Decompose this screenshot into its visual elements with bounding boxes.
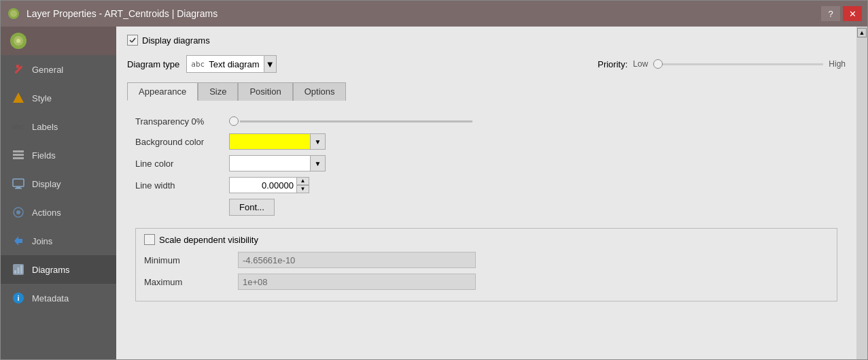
diagram-type-priority-row: Diagram type abc Text diagram ▼ Priority… [127,55,846,73]
display-icon [12,177,25,191]
wrench-icon [12,63,25,76]
tab-size[interactable]: Size [198,82,238,101]
svg-rect-19 [18,267,20,274]
close-button[interactable]: ✕ [843,6,862,21]
diagram-type-combo[interactable]: abc Text diagram ▼ [186,55,276,73]
sidebar-item-diagrams[interactable]: Diagrams [1,255,116,284]
line-color-label: Line color [135,159,224,169]
line-color-swatch[interactable] [229,155,311,171]
sidebar-item-general[interactable]: General [1,55,116,84]
combo-arrow[interactable]: ▼ [264,56,276,72]
tabs-bar: Appearance Size Position Options [127,82,846,101]
priority-high: High [829,59,846,69]
line-width-label: Line width [135,180,224,191]
metadata-icon: i [12,291,25,305]
priority-slider-thumb[interactable] [653,59,663,69]
title-bar-left: Layer Properties - ART_Centroids | Diagr… [6,6,218,21]
main-content: General Style abc Labels [1,27,867,359]
sidebar-logo [1,27,116,55]
maximum-label: Maximum [144,277,232,287]
scale-visibility-checkbox[interactable] [144,234,155,245]
scale-visibility-label: Scale dependent visibility [159,235,258,245]
diagrams-icon [12,263,25,276]
scale-visibility-title-row: Scale dependent visibility [144,234,829,245]
priority-low: Low [633,59,648,69]
line-color-row: Line color ▼ [135,155,837,171]
svg-text:i: i [17,294,19,302]
scrollbar: ▲ [856,27,867,359]
font-button[interactable]: Font... [229,199,275,216]
display-diagrams-checkbox[interactable] [127,35,138,46]
panel-content: Display diagrams Diagram type abc Text d… [116,27,856,359]
scrollbar-up[interactable]: ▲ [857,28,867,37]
tab-appearance[interactable]: Appearance [127,82,198,101]
sidebar-label-display: Display [32,179,61,189]
diagram-type-label: Diagram type [127,59,179,69]
main-window: Layer Properties - ART_Centroids | Diagr… [0,0,868,360]
maximum-input [238,274,476,290]
transparency-slider-thumb[interactable] [229,116,239,126]
line-width-spinbox: ▲ ▼ [229,177,309,193]
svg-rect-18 [14,270,16,274]
transparency-slider [229,114,474,128]
minimum-label: Minimum [144,255,232,265]
line-width-up[interactable]: ▲ [297,177,309,185]
background-color-row: Background color ▼ [135,133,837,150]
background-color-control: ▼ [229,133,326,150]
style-icon [12,91,25,105]
fields-icon [12,148,25,162]
sidebar-label-labels: Labels [32,122,58,132]
transparency-slider-track [240,120,472,122]
svg-marker-16 [14,236,22,246]
sidebar-item-joins[interactable]: Joins [1,227,116,255]
sidebar: General Style abc Labels [1,27,116,359]
svg-rect-10 [13,157,24,159]
svg-rect-20 [20,265,22,274]
svg-rect-6 [16,65,19,68]
sidebar-item-fields[interactable]: Fields [1,141,116,169]
background-color-swatch[interactable] [229,133,311,150]
background-color-label: Background color [135,137,224,147]
right-panel: Display diagrams Diagram type abc Text d… [116,27,856,359]
sidebar-item-labels[interactable]: abc Labels [1,112,116,141]
sidebar-label-joins: Joins [32,236,52,246]
transparency-label: Transparency 0% [135,116,224,127]
diagram-type-value: Text diagram [209,59,259,69]
sidebar-label-general: General [32,65,63,75]
scale-visibility-group: Scale dependent visibility Minimum Maxim… [135,228,837,301]
sidebar-item-style[interactable]: Style [1,84,116,112]
svg-rect-11 [13,179,24,186]
priority-slider-track [653,63,823,65]
display-diagrams-label: Display diagrams [142,35,210,46]
sidebar-label-diagrams: Diagrams [32,265,70,275]
window-title: Layer Properties - ART_Centroids | Diagr… [27,8,218,19]
title-bar: Layer Properties - ART_Centroids | Diagr… [1,1,867,27]
svg-rect-8 [13,150,24,152]
sidebar-item-display[interactable]: Display [1,169,116,198]
diagram-type-group: Diagram type abc Text diagram ▼ [127,55,277,73]
tab-options[interactable]: Options [293,82,347,101]
app-icon [6,6,21,21]
line-width-down[interactable]: ▼ [297,185,309,193]
sidebar-item-metadata[interactable]: i Metadata [1,284,116,312]
font-row: Font... [135,199,837,223]
line-width-input[interactable] [229,177,297,193]
background-color-dropdown[interactable]: ▼ [311,133,326,150]
line-color-dropdown[interactable]: ▼ [311,155,326,171]
svg-rect-13 [15,188,22,189]
priority-slider-container [653,56,823,72]
sidebar-label-actions: Actions [32,208,61,218]
transparency-row: Transparency 0% [135,114,837,128]
svg-point-15 [16,210,20,214]
line-color-control: ▼ [229,155,326,171]
svg-point-4 [16,39,20,43]
svg-marker-7 [13,93,24,103]
line-width-buttons: ▲ ▼ [297,177,309,193]
sidebar-label-fields: Fields [32,150,56,161]
minimum-input [238,252,476,268]
tab-position[interactable]: Position [238,82,292,101]
svg-line-24 [132,38,135,42]
sidebar-item-actions[interactable]: Actions [1,198,116,227]
help-button[interactable]: ? [821,6,840,21]
priority-group: Priority: Low High [277,56,846,72]
